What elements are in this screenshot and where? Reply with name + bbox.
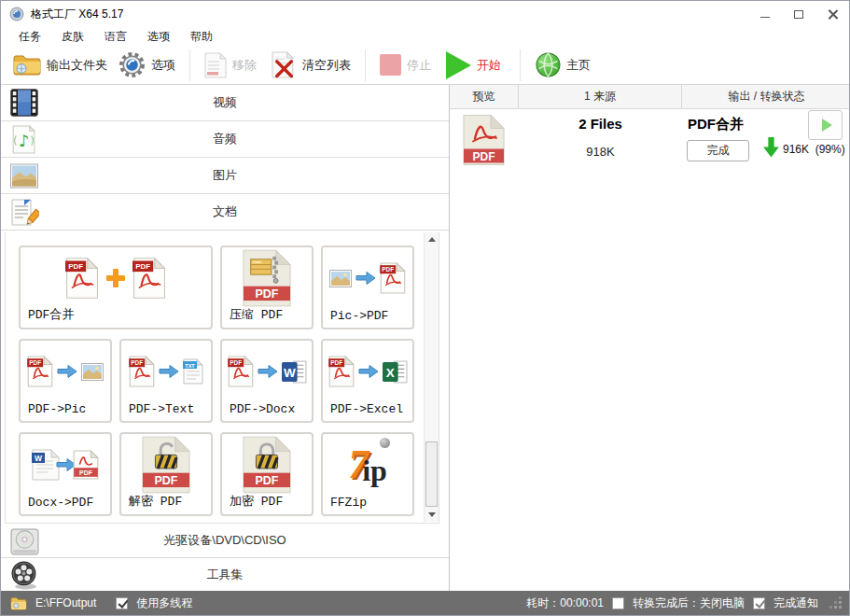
main-area: 视频 ♪ 音频 图片 文档 PDFPDF PDF合并 PDF 压缩 PDF — [1, 85, 850, 593]
pic-to-pdf-icon: PDF — [323, 251, 412, 305]
pdf-encrypt-icon: PDF — [222, 438, 312, 492]
resize-grip[interactable] — [830, 597, 842, 609]
svg-text:PDF: PDF — [155, 474, 178, 487]
pdf-merge-icon: PDFPDF — [21, 251, 211, 305]
category-audio[interactable]: ♪ 音频 — [1, 121, 449, 158]
statusbar-right: 耗时：00:00:01 转换完成后：关闭电脑 完成通知 — [526, 595, 842, 611]
tile-pic-to-pdf[interactable]: PDF Pic->PDF — [321, 245, 414, 329]
remove-button[interactable]: 移除 — [204, 52, 257, 78]
toolbar-separator — [189, 49, 190, 81]
maximize-icon — [794, 10, 803, 19]
output-path[interactable]: E:\FFOutput — [35, 596, 96, 609]
menu-skin[interactable]: 皮肤 — [51, 27, 94, 47]
scroll-down-arrow[interactable] — [425, 508, 439, 522]
tile-pdf-to-pic[interactable]: PDF PDF->Pic — [19, 339, 112, 423]
tile-pdf-encrypt[interactable]: PDF 加密 PDF — [220, 432, 314, 516]
svg-text:W: W — [283, 365, 295, 379]
options-button[interactable]: 选项 — [118, 51, 175, 78]
menu-options[interactable]: 选项 — [137, 27, 180, 47]
clear-list-button[interactable]: 清空列表 — [272, 51, 351, 78]
svg-text:PDF: PDF — [256, 474, 279, 487]
start-label: 开始 — [477, 57, 501, 74]
output-path-folder-icon — [10, 596, 27, 610]
pdf-to-excel-icon: PDFX — [323, 344, 412, 399]
column-output-status[interactable]: 输出 / 转换状态 — [682, 85, 850, 108]
scroll-up-arrow[interactable] — [425, 232, 439, 246]
stop-icon — [380, 54, 401, 76]
grid-scrollbar[interactable] — [424, 232, 439, 522]
menu-language[interactable]: 语言 — [94, 27, 137, 47]
column-preview[interactable]: 预览 — [450, 85, 519, 108]
tile-pdf-to-docx[interactable]: PDFW PDF->Docx — [220, 339, 314, 423]
category-document[interactable]: 文档 — [1, 194, 449, 231]
bottom-categories: 光驱设备\DVD\CD\ISO 工具集 — [1, 524, 449, 592]
menu-bar: 任务 皮肤 语言 选项 帮助 — [1, 27, 849, 46]
column-source[interactable]: 1 来源 — [519, 85, 682, 108]
category-label: 光驱设备\DVD\CD\ISO — [1, 524, 449, 557]
tile-label: PDF->Excel — [330, 402, 403, 416]
options-label: 选项 — [151, 57, 175, 74]
tile-pdf-decrypt[interactable]: PDF 解密 PDF — [119, 432, 213, 516]
stop-label: 停止 — [407, 57, 431, 74]
tile-ffzip[interactable]: 7ip FFZip — [321, 432, 414, 516]
tile-docx-to-pdf[interactable]: WPDF Docx->PDF — [19, 432, 112, 516]
window-title: 格式工厂 X64 5.17 — [31, 7, 123, 22]
status-bar: E:\FFOutput 使用多线程 耗时：00:00:01 转换完成后：关闭电脑… — [1, 591, 850, 615]
close-icon — [828, 9, 838, 20]
remove-icon — [204, 52, 227, 78]
tile-pdf-compress[interactable]: PDF 压缩 PDF — [220, 245, 314, 329]
category-picture[interactable]: 图片 — [1, 158, 449, 194]
close-button[interactable] — [815, 1, 849, 27]
status-complete-button[interactable]: 完成 — [687, 140, 749, 161]
svg-text:PDF: PDF — [230, 359, 242, 366]
start-icon — [446, 51, 471, 79]
output-folder-label: 输出文件夹 — [47, 57, 107, 74]
queue-row[interactable]: PDF 2 Files 918K PDF合并 完成 916K (99%) — [450, 109, 850, 193]
multithread-label: 使用多线程 — [136, 595, 192, 611]
start-button[interactable]: 开始 — [446, 51, 501, 79]
maximize-button[interactable] — [782, 1, 815, 27]
tile-label: Pic->PDF — [330, 309, 388, 323]
category-label: 工具集 — [1, 558, 449, 592]
tile-label: 解密 PDF — [129, 493, 182, 510]
notify-checkbox[interactable] — [753, 597, 765, 609]
pdf-compress-icon: PDF — [222, 251, 312, 305]
toolbar-separator — [365, 49, 366, 81]
pdf-to-text-icon: PDFTXT — [121, 344, 211, 399]
menu-help[interactable]: 帮助 — [180, 27, 223, 47]
remove-label: 移除 — [232, 57, 257, 74]
download-arrow-icon — [763, 137, 779, 158]
category-toolset[interactable]: 工具集 — [1, 558, 449, 592]
tile-label: PDF->Text — [129, 402, 194, 416]
scrollbar-thumb[interactable] — [425, 441, 438, 507]
shutdown-checkbox[interactable] — [612, 597, 624, 609]
category-label: 图片 — [1, 158, 449, 193]
shutdown-label: 转换完成后：关闭电脑 — [633, 595, 745, 611]
tile-label: PDF合并 — [28, 306, 74, 323]
play-output-button[interactable] — [808, 110, 843, 140]
category-label: 音频 — [1, 121, 449, 157]
category-video[interactable]: 视频 — [1, 85, 449, 121]
minimize-button[interactable] — [748, 1, 782, 27]
pdf-decrypt-icon: PDF — [121, 438, 211, 492]
tile-label: FFZip — [330, 496, 367, 510]
output-folder-button[interactable]: 输出文件夹 — [13, 53, 107, 77]
pdf-file-icon: PDF — [463, 114, 505, 166]
svg-text:PDF: PDF — [256, 287, 279, 301]
output-size: 916K (99%) — [783, 143, 845, 156]
category-label: 文档 — [1, 194, 449, 230]
svg-text:PDF: PDF — [473, 150, 495, 163]
task-name: PDF合并 — [688, 116, 744, 133]
category-panel: 视频 ♪ 音频 图片 文档 PDFPDF PDF合并 PDF 压缩 PDF — [1, 85, 450, 593]
category-disc-device[interactable]: 光驱设备\DVD\CD\ISO — [1, 524, 449, 558]
play-icon — [822, 119, 832, 132]
menu-task[interactable]: 任务 — [8, 27, 51, 47]
tile-pdf-to-excel[interactable]: PDFX PDF->Excel — [321, 339, 414, 423]
tile-pdf-to-text[interactable]: PDFTXT PDF->Text — [119, 339, 213, 423]
tile-pdf-merge[interactable]: PDFPDF PDF合并 — [19, 245, 213, 329]
home-button[interactable]: 主页 — [536, 52, 591, 77]
stop-button[interactable]: 停止 — [380, 54, 431, 76]
multithread-checkbox[interactable] — [116, 597, 128, 609]
toolbar: 输出文件夹 选项 移除 清空列表 停止 开始 主页 — [1, 46, 849, 85]
category-label: 视频 — [1, 85, 449, 120]
